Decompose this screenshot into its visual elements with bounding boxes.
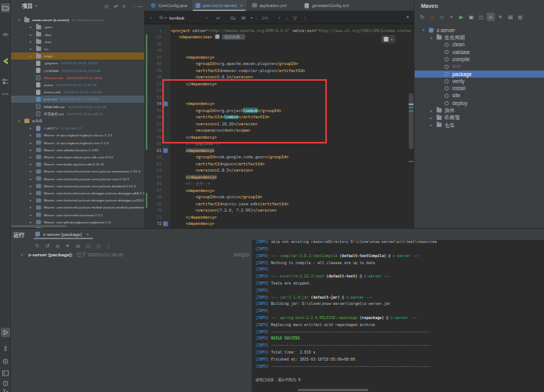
project-tree-item[interactable]: pom.xml2025/2/10 18:03, 7.91 kB (11, 96, 144, 103)
chevron-right-icon[interactable]: ▸ (30, 161, 31, 168)
chevron-right-icon[interactable]: ▸ (30, 168, 31, 175)
chevron-down-icon[interactable]: ▾ (430, 34, 432, 41)
project-tree-item[interactable]: ▸Maven: com.fasterxml.jackson.core:jacks… (11, 168, 144, 175)
project-tree-item[interactable]: ▸.gitee (11, 24, 144, 31)
chevron-right-icon[interactable]: ▸ (30, 190, 31, 197)
chevron-right-icon[interactable]: ▸ (30, 204, 31, 211)
gutter-icon[interactable] (163, 102, 168, 107)
collapse-all-icon[interactable]: ∧ (122, 3, 126, 9)
chevron-right-icon[interactable]: ▸ (30, 197, 31, 204)
search-options-chevron-icon[interactable]: ▾ (165, 14, 167, 21)
maven-tree-item[interactable]: ▸仓库 (415, 122, 544, 129)
chevron-right-icon[interactable]: ▸ (30, 24, 31, 31)
close-search-icon[interactable]: × (406, 13, 409, 20)
run-console[interactable]: [INFO] skip non existing resourceDirecto… (252, 240, 544, 392)
reimport-icon[interactable]: ↻ (418, 13, 426, 21)
maven-tree-item[interactable]: validate (415, 49, 544, 56)
project-tree-item[interactable]: ▸Maven: com.fasterxml.jackson.core:jacks… (11, 183, 144, 190)
chevron-right-icon[interactable]: ▸ (30, 139, 31, 146)
collapse-all-icon[interactable]: ▥ (516, 13, 524, 21)
plugin-arrow-tool-icon[interactable] (1, 56, 10, 66)
project-tree-item[interactable]: ▸Maven: com.fasterxml.jackson.datatype:j… (11, 190, 144, 197)
maven-tree-item[interactable]: compile (415, 56, 544, 63)
run-tool-icon[interactable] (1, 328, 10, 337)
project-tree-item[interactable]: ▸Maven: com.fasterxml.jackson.core:jacks… (11, 175, 144, 182)
prev-match-icon[interactable]: ↑ (278, 14, 281, 21)
chevron-down-icon[interactable]: ▾ (423, 27, 424, 34)
editor-tab[interactable]: generatorConfig.xml (301, 0, 353, 11)
chevron-right-icon[interactable]: ▸ (430, 114, 432, 122)
settings-icon[interactable]: ◇ (437, 13, 446, 21)
project-tree-item[interactable]: ▸.idea (11, 31, 144, 38)
project-panel-title[interactable]: 项目 (22, 2, 33, 9)
project-tree-item[interactable]: mvnw.cmd2022/9/24 18:06, 6.61 kB (11, 89, 144, 96)
chevron-right-icon[interactable]: ▸ (30, 125, 31, 132)
search-input[interactable]: lombok (169, 14, 184, 21)
chevron-right-icon[interactable]: ▸ (30, 154, 31, 161)
run-tree-node[interactable]: ✓ z-server [package]: 已于 2025/2/10 18:05… (20, 252, 249, 259)
maven-reload-widget[interactable]: ▾ (381, 35, 395, 43)
chevron-down-icon[interactable]: ▾ (18, 118, 20, 125)
filter-icon[interactable]: ≡ (63, 241, 72, 250)
maven-tree-item[interactable]: ▾生命周期 (415, 34, 544, 41)
skip-tests-icon[interactable]: ⊘ (487, 13, 495, 21)
chevron-right-icon[interactable]: ▸ (30, 211, 31, 218)
editor-tab[interactable]: pom.xml (z-server)× (192, 0, 247, 11)
chevron-right-icon[interactable]: ▸ (30, 147, 31, 154)
swap-icon[interactable]: ⇄ (114, 3, 118, 9)
code-area[interactable]: 1<project xmlns="http://maven.apache.org… (144, 24, 414, 228)
editor-scrollbar[interactable] (408, 24, 414, 228)
more-tools-icon[interactable] (1, 89, 10, 99)
project-view-chevron-icon[interactable]: ▾ (35, 4, 37, 8)
expand-all-icon[interactable]: ▤ (506, 13, 515, 21)
editor-tab[interactable]: CorsConfig.java (147, 0, 191, 11)
project-tool-icon[interactable] (1, 3, 10, 13)
locate-icon[interactable]: ◎ (104, 3, 109, 9)
match-case-icon[interactable]: Cc (230, 14, 236, 21)
vcs-branch-tool-icon[interactable] (1, 387, 10, 392)
project-tree-item[interactable]: ▸Maven: ch.qos.logback:logback-classic:1… (11, 132, 144, 139)
project-tree-item[interactable]: ▸Maven: com.aliyun:aliyun-java-sdk-core:… (11, 154, 144, 161)
chevron-right-icon[interactable]: ▸ (30, 53, 31, 60)
hide-icon[interactable]: — (137, 3, 143, 9)
close-tab-icon[interactable]: × (240, 3, 243, 9)
fold-icon[interactable] (216, 34, 220, 39)
project-tree-item[interactable]: ▸Maven: com.alibaba:fastjson:1.2.83 (11, 147, 144, 154)
maven-tree-item[interactable]: package (415, 71, 544, 78)
maven-tree-item[interactable]: install (415, 85, 544, 92)
project-tree-item[interactable]: ▸Maven: ch.qos.logback:logback-core:1.2.… (11, 139, 144, 146)
history-icon[interactable]: ▥ (94, 241, 103, 250)
debug-tool-icon[interactable] (1, 357, 10, 366)
project-tree-hscrollbar[interactable] (11, 225, 67, 227)
project-tree-item[interactable]: ▸< jdk17 >D:\soft\jdk-17 (11, 125, 144, 132)
newline-icon[interactable]: ↵ (216, 14, 220, 21)
commit-tool-icon[interactable] (1, 30, 10, 39)
collapse-all-icon[interactable]: ▤ (84, 241, 92, 250)
editor-tab[interactable]: application.yml (248, 0, 290, 11)
download-sources-icon[interactable]: ↓ (428, 13, 437, 21)
next-match-icon[interactable]: ↓ (285, 14, 288, 21)
project-tree-item[interactable]: 部署教程.md2022/9/24 18:06, 892 B (11, 111, 144, 118)
chevron-right-icon[interactable]: ▸ (30, 183, 31, 190)
execute-goal-icon[interactable]: ▣ (467, 13, 476, 21)
chevron-right-icon[interactable]: ▸ (430, 107, 432, 114)
project-tree-item[interactable]: ▸target (11, 53, 144, 60)
maven-tree-item[interactable]: ▸插件 (415, 107, 544, 114)
maven-tree-item[interactable]: ▸依赖项 (415, 114, 544, 122)
maven-tree-item[interactable]: deploy (415, 100, 544, 107)
expand-all-icon[interactable]: ⊙ (74, 241, 82, 250)
chevron-right-icon[interactable]: ▸ (30, 38, 31, 45)
project-tree-item[interactable]: ▸Maven: com.fasterxml.jackson.datatype:j… (11, 197, 144, 204)
project-tree-item[interactable]: ▸Maven: com.baidu.aip:java-sdk:4.16.16 (11, 161, 144, 168)
maven-tree-item[interactable]: ▾z-server (415, 27, 544, 34)
project-tree-item[interactable]: Manifest.md2024/10/29 17:01, 45 B (11, 74, 144, 82)
chevron-right-icon[interactable]: ▸ (430, 122, 432, 129)
gutter-icon[interactable] (163, 148, 168, 153)
project-tree-item[interactable]: mvnw2022/9/24 18:06, 10.67 kB (11, 82, 144, 89)
chevron-down-icon[interactable]: ▾ (18, 16, 20, 24)
dependencies-icon[interactable]: ◫ (477, 13, 485, 21)
project-tree-item[interactable]: README.md2022/9/24 18:06, 2.56 kB (11, 103, 144, 110)
chevron-right-icon[interactable]: ▸ (30, 175, 31, 182)
filter-icon[interactable]: ▽ (293, 14, 297, 21)
stop-icon[interactable]: ◼ (53, 241, 62, 250)
